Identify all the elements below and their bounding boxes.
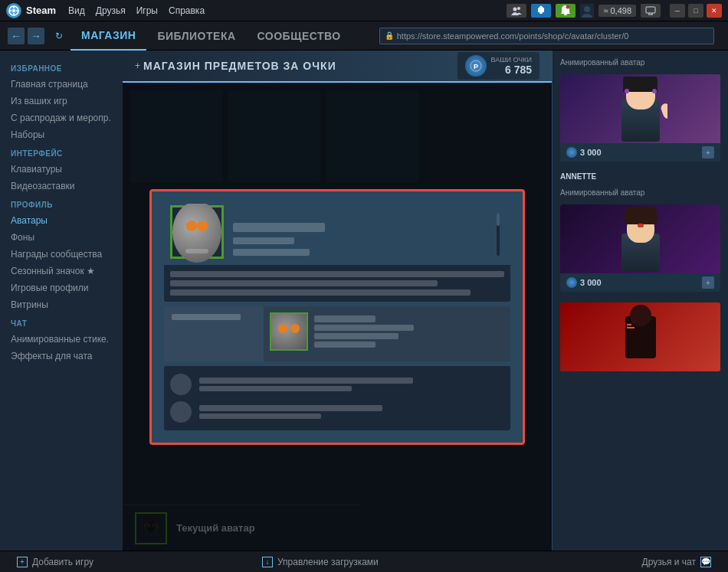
svg-point-1 (12, 9, 15, 12)
section3-text-1 (199, 378, 504, 391)
profile-mockup-2 (164, 306, 510, 361)
refresh-button[interactable]: ↻ (51, 28, 67, 44)
tab-community[interactable]: СООБЩЕСТВО (247, 21, 352, 51)
sidebar-item-community-awards[interactable]: Награды сообщества (0, 246, 123, 263)
forward-button[interactable]: → (28, 28, 44, 44)
s3-bar-2 (199, 386, 352, 391)
main-container: ИЗБРАННОЕ Главная страница Из ваших игр … (0, 51, 728, 551)
sidebar-item-game-profiles[interactable]: Игровые профили (0, 279, 123, 296)
item-1-wishlist[interactable]: + (702, 146, 714, 159)
sidebar-item-screensavers[interactable]: Видеозаставки (0, 178, 123, 194)
right-item-1[interactable]: 3 000 + (560, 74, 720, 162)
window-controls: ─ □ ✕ (670, 4, 722, 18)
close-button[interactable]: ✕ (707, 4, 722, 18)
activity-name (314, 315, 375, 322)
mockup2-left (164, 306, 264, 361)
add-game-icon: + (17, 557, 28, 567)
notification-button[interactable] (531, 4, 551, 18)
svg-rect-9 (564, 14, 567, 15)
sidebar-item-animated-stickers[interactable]: Анимированные стике. (0, 331, 123, 348)
activity-info (314, 315, 414, 348)
item-2-wishlist[interactable]: + (702, 276, 714, 289)
store-content: Текущий аватар (123, 83, 552, 551)
circle-icon-1 (170, 374, 192, 395)
maximize-button[interactable]: □ (688, 4, 703, 18)
sidebar-item-backgrounds[interactable]: Фоны (0, 229, 123, 246)
modal-scrollbar[interactable] (497, 213, 500, 256)
price-value-1: 3 000 (580, 148, 602, 157)
section3-text-2 (199, 405, 504, 419)
friends-chat-icon: 💬 (700, 557, 711, 567)
nav-bar: ← → ↻ МАГАЗИН БИБЛИОТЕКА СООБЩЕСТВО 🔒 ht… (0, 21, 728, 51)
body-bar-2 (170, 280, 438, 286)
back-button[interactable]: ← (8, 28, 25, 44)
svg-point-6 (513, 7, 517, 11)
sidebar-section-favorites: ИЗБРАННОЕ (0, 58, 123, 76)
red-item-bg (560, 302, 720, 371)
sidebar-item-avatars[interactable]: Аватары (0, 212, 123, 229)
account-info[interactable]: ≈ 0,498 (598, 5, 636, 17)
price-coin-2 (566, 277, 577, 288)
points-info: ВАШИ ОЧКИ 6 785 (491, 56, 532, 76)
menu-games[interactable]: Игры (136, 5, 158, 16)
nav-arrows: ← → (8, 28, 44, 44)
profile-mockup-body (164, 265, 510, 302)
title-bar-menu: Вид Друзья Игры Справка (68, 5, 205, 16)
sidebar-item-showcases[interactable]: Витрины (0, 296, 123, 313)
tab-username[interactable] (352, 21, 373, 51)
app-title: Steam (26, 5, 56, 16)
sidebar-item-bundles[interactable]: Наборы (0, 126, 123, 143)
friends-chat-button[interactable]: Друзья и чат 💬 (635, 551, 719, 573)
right-item-2-footer: 3 000 + (560, 273, 720, 292)
tab-store[interactable]: МАГАЗИН (71, 21, 146, 51)
activity-detail-3 (314, 342, 375, 348)
minimize-button[interactable]: ─ (670, 4, 685, 18)
modal-overlay (123, 83, 552, 551)
add-game-button[interactable]: + Добавить игру (9, 551, 101, 573)
s3-bar-3 (199, 405, 382, 411)
svg-point-12 (584, 6, 590, 12)
friends-button[interactable] (507, 4, 526, 18)
sidebar: ИЗБРАННОЕ Главная страница Из ваших игр … (0, 51, 123, 551)
downloads-button[interactable]: ↓ Управление загрузками (254, 551, 386, 573)
section3-row-1 (170, 374, 504, 395)
mockup2-right (264, 306, 510, 361)
right-panel-label-2: Анимированный аватар (560, 188, 720, 197)
right-item-3-img (560, 302, 720, 371)
activity-avatar (270, 312, 308, 351)
url-bar: 🔒 https://store.steampowered.com/points/… (379, 28, 714, 44)
right-panel-label-1: Анимированный аватар (560, 58, 720, 67)
svg-point-7 (517, 7, 520, 10)
app-logo: Steam (6, 3, 56, 18)
modal-scrollbar-thumb (497, 213, 500, 226)
sidebar-item-home[interactable]: Главная страница (0, 76, 123, 93)
title-bar-actions: ≈ 0,498 ─ □ ✕ (507, 4, 722, 18)
right-item-2-img (560, 204, 720, 273)
sidebar-item-from-games[interactable]: Из ваших игр (0, 93, 123, 109)
right-panel: Анимированный аватар (552, 51, 728, 551)
svg-rect-8 (539, 12, 543, 14)
status-placeholder (233, 237, 294, 244)
sidebar-item-seasonal-badge[interactable]: Сезонный значок ★ (0, 263, 123, 279)
sidebar-section-interface: ИНТЕРФЕЙС (0, 143, 123, 161)
alert-button[interactable] (556, 4, 576, 18)
profile-mockup-3 (164, 366, 510, 430)
profile-body-left (170, 271, 504, 296)
sidebar-item-keyboards[interactable]: Клавиатуры (0, 161, 123, 178)
nav-tabs: МАГАЗИН БИБЛИОТЕКА СООБЩЕСТВО (71, 21, 373, 51)
menu-friends[interactable]: Друзья (96, 5, 126, 16)
name-placeholder (233, 223, 325, 232)
sidebar-item-sales[interactable]: С распродаж и меропр. (0, 109, 123, 126)
profile-name-block (233, 223, 325, 259)
robot-eye-left (186, 221, 197, 231)
monitor-button[interactable] (641, 4, 661, 18)
tab-library[interactable]: БИБЛИОТЕКА (146, 21, 246, 51)
menu-view[interactable]: Вид (68, 5, 85, 16)
sidebar-item-chat-effects[interactable]: Эффекты для чата (0, 348, 123, 364)
url-text: https://store.steampowered.com/points/sh… (397, 31, 629, 41)
robot-avatar-art (172, 204, 221, 263)
right-item-2[interactable]: 3 000 + (560, 204, 720, 292)
menu-help[interactable]: Справка (169, 5, 205, 16)
right-item-3[interactable] (560, 302, 720, 371)
user-avatar-small (580, 4, 594, 18)
